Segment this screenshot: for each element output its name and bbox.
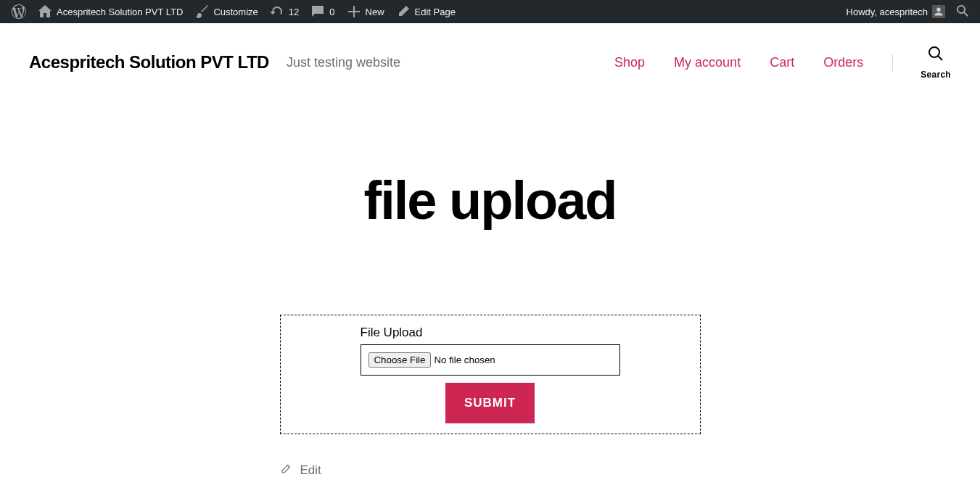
svg-point-0 [929,47,939,57]
comment-icon [310,4,325,19]
edit-page-label: Edit Page [415,7,456,17]
pencil-icon [396,4,411,19]
wp-logo-menu[interactable] [6,0,32,23]
updates-menu[interactable]: 12 [264,0,305,23]
home-icon [38,4,52,19]
updates-count: 12 [289,7,299,17]
page-title: file upload [280,174,701,228]
comments-count: 0 [329,7,334,17]
updates-icon [270,4,284,19]
admin-bar-left: Acespritech Solution PVT LTD Customize 1… [6,0,461,23]
admin-bar-right: Howdy, acespritech [841,0,974,23]
primary-nav: Shop My account Cart Orders Search [585,45,951,80]
wp-admin-bar: Acespritech Solution PVT LTD Customize 1… [0,0,980,23]
search-icon [955,9,970,20]
search-label: Search [921,70,951,80]
new-label: New [366,7,384,17]
brush-icon [194,4,209,19]
edit-page-menu[interactable]: Edit Page [390,0,461,23]
plus-icon [347,4,361,19]
file-input-wrap [361,344,620,376]
edit-link[interactable]: Edit [280,462,701,478]
nav-my-account[interactable]: My account [674,55,741,70]
customize-label: Customize [213,7,258,17]
file-input[interactable] [368,352,551,368]
comments-menu[interactable]: 0 [305,0,340,23]
page-content: file upload File Upload SUBMIT Edit [280,101,701,478]
edit-icon [280,462,300,478]
site-title[interactable]: Acespritech Solution PVT LTD [29,52,269,72]
wordpress-icon [12,4,26,19]
admin-site-name: Acespritech Solution PVT LTD [57,7,183,17]
file-upload-label: File Upload [361,326,620,340]
svg-line-1 [938,56,942,60]
search-toggle[interactable]: Search [921,45,951,80]
site-tagline: Just testing website [287,55,400,70]
nav-divider [892,54,893,71]
customize-menu[interactable]: Customize [189,0,263,23]
admin-search[interactable] [951,4,974,20]
howdy-text: Howdy, acespritech [847,7,928,17]
howdy-account[interactable]: Howdy, acespritech [841,0,951,23]
nav-cart[interactable]: Cart [770,55,794,70]
submit-button[interactable]: SUBMIT [445,383,535,423]
upload-form-container: File Upload SUBMIT [280,315,701,434]
nav-shop[interactable]: Shop [614,55,645,70]
edit-label: Edit [300,463,321,478]
site-name-menu[interactable]: Acespritech Solution PVT LTD [32,0,189,23]
site-header: Acespritech Solution PVT LTD Just testin… [0,23,980,101]
avatar-icon [932,5,945,18]
search-icon [927,52,944,65]
nav-orders[interactable]: Orders [823,55,863,70]
new-content-menu[interactable]: New [341,0,390,23]
